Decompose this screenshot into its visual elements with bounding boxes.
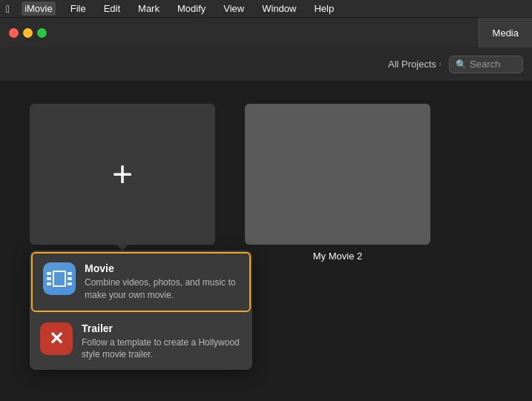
toolbar: All Projects ↕ 🔍 Search: [0, 47, 532, 82]
maximize-button[interactable]: [37, 28, 47, 38]
menu-modify[interactable]: Modify: [174, 1, 208, 16]
plus-icon: +: [112, 156, 133, 192]
close-button[interactable]: [9, 28, 19, 38]
search-label: Search: [470, 59, 500, 70]
all-projects-label[interactable]: All Projects ↕: [388, 59, 441, 70]
trailer-x-icon: ✕: [49, 328, 64, 349]
my-movie-2-title: My Movie 2: [313, 251, 362, 262]
all-projects-text: All Projects: [388, 59, 436, 70]
my-movie-2-card[interactable]: My Movie 2: [245, 104, 430, 262]
main-content: +: [0, 82, 532, 401]
project-type-dropdown: Movie Combine videos, photos, and music …: [30, 251, 252, 370]
traffic-lights: [9, 28, 47, 38]
trailer-icon: ✕: [40, 322, 73, 355]
new-project-button[interactable]: +: [30, 104, 215, 245]
movie-option[interactable]: Movie Combine videos, photos, and music …: [31, 252, 251, 312]
trailer-option-desc: Follow a template to create a Hollywood …: [82, 337, 242, 362]
movie-option-text: Movie Combine videos, photos, and music …: [85, 262, 239, 302]
menu-imovie[interactable]: iMovie: [22, 1, 56, 16]
my-movie-2-thumbnail: [245, 104, 430, 245]
trailer-option-text: Trailer Follow a template to create a Ho…: [82, 322, 242, 362]
menu-view[interactable]: View: [220, 1, 247, 16]
dropdown-arrow: [116, 245, 128, 251]
movie-option-title: Movie: [85, 262, 239, 274]
trailer-option-title: Trailer: [82, 322, 242, 334]
title-bar: Media: [0, 18, 532, 47]
search-icon: 🔍: [456, 59, 467, 70]
new-project-card: +: [30, 104, 215, 370]
apple-menu[interactable]: : [6, 3, 10, 15]
media-button[interactable]: Media: [479, 18, 532, 47]
movie-icon: [43, 262, 76, 295]
menu-file[interactable]: File: [68, 1, 89, 16]
menu-mark[interactable]: Mark: [135, 1, 162, 16]
menu-bar:  iMovie File Edit Mark Modify View Wind…: [0, 0, 532, 18]
sort-arrows-icon: ↕: [439, 62, 441, 67]
trailer-option[interactable]: ✕ Trailer Follow a template to create a …: [30, 314, 252, 371]
movie-option-desc: Combine videos, photos, and music to mak…: [85, 276, 239, 302]
search-box[interactable]: 🔍 Search: [449, 56, 523, 73]
menu-window[interactable]: Window: [259, 1, 299, 16]
menu-help[interactable]: Help: [311, 1, 337, 16]
menu-edit[interactable]: Edit: [101, 1, 123, 16]
minimize-button[interactable]: [23, 28, 33, 38]
